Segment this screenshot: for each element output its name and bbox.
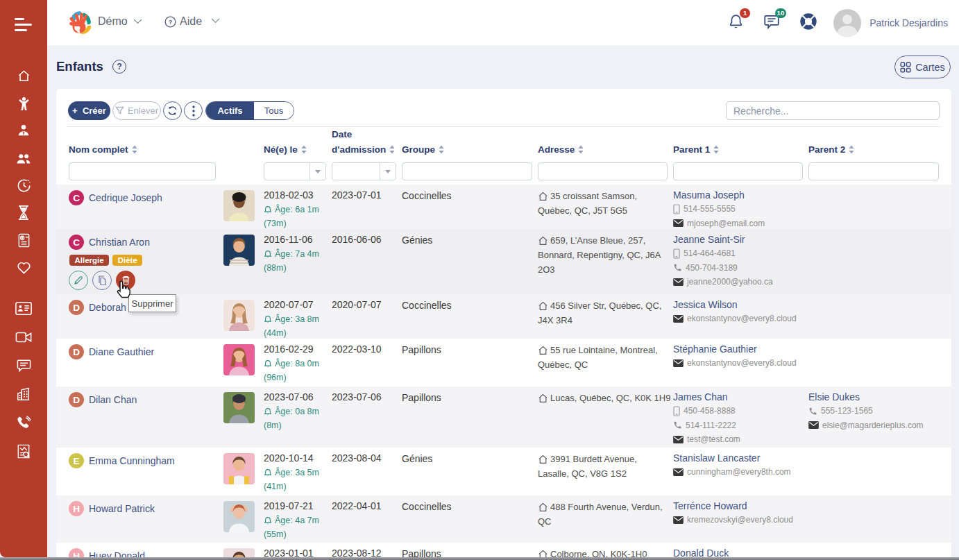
- svg-text:?: ?: [169, 18, 173, 25]
